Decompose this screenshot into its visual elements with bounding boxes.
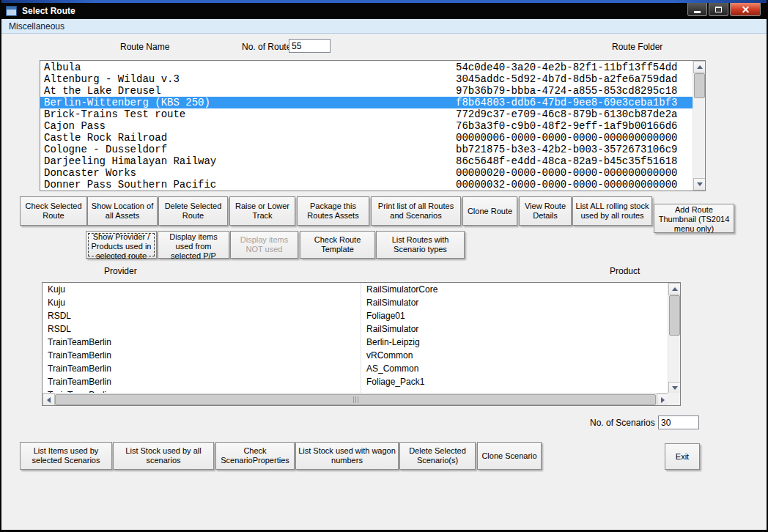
provider-product-row[interactable]: TrainTeamBerlinBerlin-Leipzig xyxy=(43,336,668,349)
show-location-of-all-assets-button[interactable]: Show Location of all Assets xyxy=(87,196,158,226)
provider-cell: Kuju xyxy=(43,283,361,296)
product-cell: RailSimulatorCore xyxy=(361,283,668,296)
caption-buttons xyxy=(687,3,761,16)
provider-cell: TrainTeamBerlin xyxy=(43,362,361,375)
provider-product-row[interactable]: RSDLRailSimulator xyxy=(43,322,668,336)
route-row[interactable]: Altenburg - Wildau v.33045addc-5d92-4b7d… xyxy=(40,73,693,85)
list-stock-all-scenarios-button[interactable]: List Stock used by all scenarios xyxy=(113,442,214,470)
package-this-routes-assets-button[interactable]: Package this Routes Assets xyxy=(297,196,369,226)
route-name: Berlin-Wittenberg (KBS 250) xyxy=(44,97,210,108)
route-folder-guid: 76b3a3f0-c9b0-48f2-9eff-1af9b00166d6 xyxy=(456,120,677,132)
route-row[interactable]: Darjeeling Himalayan Railway86c5648f-e4d… xyxy=(40,155,693,167)
view-route-details-button[interactable]: View Route Details xyxy=(519,196,572,226)
route-name: Cajon Pass xyxy=(44,120,106,132)
add-route-thumbnail-button[interactable]: Add Route Thumbnail (TS2014 menu only) xyxy=(654,204,734,233)
route-folder-guid: 97b36b79-bbba-4724-a855-853cd8295c18 xyxy=(456,85,677,97)
show-provider-products-button[interactable]: Show Provider / Products used in selecte… xyxy=(86,231,157,259)
display-items-used-button[interactable]: Display items used from selected P/P xyxy=(158,231,229,259)
provider-cell: TrainTeamBerlin xyxy=(43,336,361,349)
check-scenario-properties-button[interactable]: Check ScenarioProperties xyxy=(215,442,295,470)
route-row[interactable]: Doncaster Works00000020-0000-0000-0000-0… xyxy=(40,167,693,179)
list-routes-scenario-types-button[interactable]: List Routes with Scenario types xyxy=(376,231,465,259)
display-items-not-used-button[interactable]: Display items NOT used xyxy=(230,231,298,259)
route-folder-guid: bb721875-b3e3-42b2-b003-3572673106c9 xyxy=(456,144,677,155)
check-route-template-button[interactable]: Check Route Template xyxy=(300,231,375,259)
scroll-up-button[interactable] xyxy=(668,283,681,295)
route-name: At the Lake Dreusel xyxy=(44,85,161,97)
app-icon-strip xyxy=(7,7,16,10)
provider-product-row[interactable]: KujuRailSimulatorCore xyxy=(43,283,668,296)
hscrollbar-thumb[interactable] xyxy=(55,394,656,405)
menu-item-miscellaneous[interactable]: Miscellaneous xyxy=(9,21,64,32)
down-arrow-icon xyxy=(672,386,678,390)
clone-route-button[interactable]: Clone Route xyxy=(462,196,517,226)
clone-scenario-button[interactable]: Clone Scenario xyxy=(477,442,542,470)
product-cell: AS_Common xyxy=(361,362,668,375)
list-all-rolling-stock-button[interactable]: List ALL rolling stock used by all route… xyxy=(572,196,652,226)
route-folder-guid: 00000020-0000-0000-0000-000000000000 xyxy=(456,167,677,179)
route-folder-guid: 54c0de40-3a20-4e2b-82f1-11bf13ff54dd xyxy=(456,62,677,73)
maximize-button[interactable] xyxy=(709,3,728,16)
close-icon xyxy=(742,5,750,13)
raise-or-lower-track-button[interactable]: Raise or Lower Track xyxy=(229,196,295,226)
route-name: Darjeeling Himalayan Railway xyxy=(44,155,216,167)
route-name: Altenburg - Wildau v.3 xyxy=(44,73,180,85)
list-stock-wagon-numbers-button[interactable]: List Stock used with wagon numbers xyxy=(295,442,399,470)
app-window: Select Route Miscellaneous Route Name No… xyxy=(0,0,768,532)
provider-cell: RSDL xyxy=(43,309,361,322)
route-name: Cologne - Dusseldorf xyxy=(44,144,167,155)
scroll-down-button[interactable] xyxy=(693,178,706,191)
scroll-up-button[interactable] xyxy=(693,61,706,73)
scrollbar-gripper xyxy=(355,396,356,403)
route-name: Donner Pass Southern Pacific xyxy=(44,179,216,191)
no-of-routes-label: No. of Routes xyxy=(242,42,295,52)
delete-selected-scenarios-button[interactable]: Delete Selected Scenario(s) xyxy=(399,442,476,470)
route-folder-guid: 00000032-0000-0000-0000-000000000000 xyxy=(456,179,677,191)
provider-product-row[interactable]: KujuRailSimulator xyxy=(43,296,668,309)
provider-product-row[interactable]: TrainTeamBerlinAS_Common xyxy=(43,362,668,375)
route-list: Albula54c0de40-3a20-4e2b-82f1-11bf13ff54… xyxy=(40,60,706,191)
scrollbar-thumb[interactable] xyxy=(694,73,705,98)
route-row[interactable]: Albula54c0de40-3a20-4e2b-82f1-11bf13ff54… xyxy=(40,62,693,73)
route-folder-guid: 3045addc-5d92-4b7d-8d5b-a2fe6a759dad xyxy=(456,73,677,85)
route-folder-guid: 00000006-0000-0000-0000-000000000000 xyxy=(456,132,677,144)
exit-button[interactable]: Exit xyxy=(665,443,700,470)
product-label: Product xyxy=(610,266,640,276)
route-name: Doncaster Works xyxy=(44,167,136,179)
route-row[interactable]: Castle Rock Railroad00000006-0000-0000-0… xyxy=(40,132,693,144)
route-row[interactable]: Donner Pass Southern Pacific00000032-000… xyxy=(40,179,693,191)
route-row[interactable]: Cajon Pass76b3a3f0-c9b0-48f2-9eff-1af9b0… xyxy=(40,120,693,132)
route-name-label: Route Name xyxy=(120,42,169,52)
scroll-left-button[interactable] xyxy=(43,394,55,406)
provider-list-hscrollbar xyxy=(43,393,669,405)
print-list-routes-scenarios-button[interactable]: Print list of all Routes and Scenarios xyxy=(371,196,461,226)
provider-label: Provider xyxy=(104,266,137,276)
check-selected-route-button[interactable]: Check Selected Route xyxy=(20,196,87,226)
no-of-scenarios-input[interactable] xyxy=(658,415,699,429)
product-cell: RailSimulator xyxy=(361,322,668,336)
provider-product-row[interactable]: TrainTeamBerlinFoliage_Pack1 xyxy=(43,375,668,388)
provider-product-rows: KujuRailSimulatorCore KujuRailSimulator … xyxy=(43,283,668,394)
menubar: Miscellaneous xyxy=(1,19,767,34)
delete-selected-route-button[interactable]: Delete Selected Route xyxy=(158,196,228,226)
route-row[interactable]: Cologne - Dusseldorfbb721875-b3e3-42b2-b… xyxy=(40,144,693,155)
close-button[interactable] xyxy=(730,3,761,16)
no-of-routes-input[interactable] xyxy=(289,39,331,53)
scrollbar-thumb[interactable] xyxy=(669,295,680,336)
route-row[interactable]: At the Lake Dreusel97b36b79-bbba-4724-a8… xyxy=(40,85,693,97)
titlebar[interactable]: Select Route xyxy=(1,3,767,19)
route-row[interactable]: Brick-Trains Test route772d9c37-e709-46c… xyxy=(40,108,693,120)
route-name: Brick-Trains Test route xyxy=(44,108,185,120)
minimize-button[interactable] xyxy=(687,3,707,16)
scrollbar-corner xyxy=(668,393,680,405)
maximize-icon xyxy=(715,7,722,12)
route-folder-guid: 86c5648f-e4dd-48ca-82a9-b45c35f51618 xyxy=(456,155,677,167)
list-items-selected-scenarios-button[interactable]: List Items used by selected Scenarios xyxy=(20,442,112,470)
route-folder-guid: f8b64803-ddb6-47bd-9ee8-69e3ceba1bf3 xyxy=(456,97,677,108)
provider-product-row[interactable]: TrainTeamBerlinvRCommon xyxy=(43,349,668,362)
route-name: Albula xyxy=(44,62,81,73)
route-row-selected[interactable]: Berlin-Wittenberg (KBS 250)f8b64803-ddb6… xyxy=(40,97,693,108)
provider-product-row[interactable]: RSDLFoliage01 xyxy=(43,309,668,322)
product-cell: RailSimulator xyxy=(361,296,668,309)
route-folder-label: Route Folder xyxy=(612,42,662,52)
